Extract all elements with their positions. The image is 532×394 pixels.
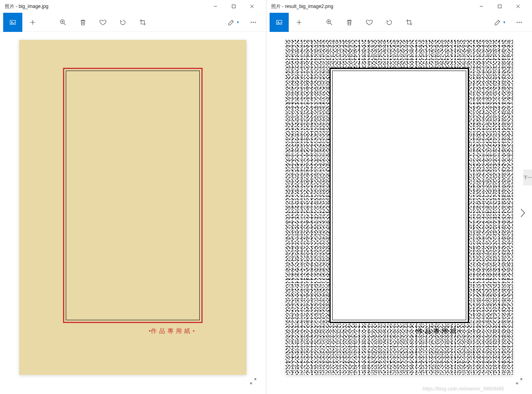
- view-mode-button[interactable]: [3, 13, 22, 32]
- expand-icon[interactable]: [249, 377, 257, 387]
- paper-label: •作品專用紙•: [149, 327, 195, 335]
- close-button[interactable]: [243, 0, 261, 13]
- edit-button[interactable]: ▾: [224, 13, 243, 32]
- calligraphy-frame: [63, 68, 203, 323]
- favorite-button[interactable]: [93, 13, 112, 32]
- view-mode-button[interactable]: [270, 13, 289, 32]
- zoom-button[interactable]: [53, 13, 73, 32]
- next-tab[interactable]: 下一: [523, 169, 532, 185]
- svg-point-4: [251, 22, 252, 23]
- toolbar-left: ▾: [0, 13, 266, 32]
- window-title-left: 照片 - big_image.jpg: [5, 3, 206, 10]
- calligraphy-sheet-bw: •作品專用紙•: [286, 40, 513, 375]
- svg-point-2: [11, 21, 12, 22]
- svg-rect-0: [232, 5, 235, 8]
- favorite-button[interactable]: [360, 13, 379, 32]
- expand-icon[interactable]: [515, 377, 523, 387]
- rotate-button[interactable]: [380, 13, 399, 32]
- minimize-button[interactable]: [206, 0, 225, 13]
- edit-button[interactable]: ▾: [490, 13, 509, 32]
- svg-point-9: [278, 21, 279, 22]
- window-title-right: 照片 - result_big_image2.png: [271, 3, 473, 10]
- next-arrow-icon[interactable]: [514, 199, 530, 227]
- more-button[interactable]: [244, 13, 263, 32]
- left-window: 照片 - big_image.jpg ▾: [0, 0, 266, 394]
- titlebar-right: 照片 - result_big_image2.png: [266, 0, 532, 13]
- image-viewer-right: •作品專用紙• 下一: [266, 32, 532, 394]
- add-button[interactable]: [23, 13, 42, 32]
- svg-point-13: [521, 22, 522, 23]
- crop-button[interactable]: [400, 13, 419, 32]
- more-button[interactable]: [510, 13, 529, 32]
- watermark: https://blog.csdn.net/weixin_38809485: [423, 386, 504, 392]
- crop-button[interactable]: [133, 13, 152, 32]
- rotate-button[interactable]: [113, 13, 132, 32]
- zoom-button[interactable]: [320, 13, 339, 32]
- minimize-button[interactable]: [472, 0, 491, 13]
- titlebar-left: 照片 - big_image.jpg: [0, 0, 266, 13]
- calligraphy-sheet-color: •作品專用紙•: [19, 40, 246, 375]
- svg-point-5: [253, 22, 254, 23]
- maximize-button[interactable]: [225, 0, 243, 13]
- svg-point-6: [255, 22, 256, 23]
- maximize-button[interactable]: [491, 0, 509, 13]
- calligraphy-frame: [329, 68, 469, 323]
- svg-point-11: [517, 22, 518, 23]
- paper-label: •作品專用紙•: [415, 327, 461, 335]
- svg-point-12: [519, 22, 520, 23]
- image-viewer-left: •作品專用紙•: [0, 32, 266, 394]
- svg-rect-7: [498, 5, 501, 8]
- add-button[interactable]: [290, 13, 309, 32]
- right-window: 照片 - result_big_image2.png ▾: [266, 0, 532, 394]
- delete-button[interactable]: [340, 13, 359, 32]
- close-button[interactable]: [509, 0, 527, 13]
- delete-button[interactable]: [73, 13, 93, 32]
- toolbar-right: ▾: [266, 13, 532, 32]
